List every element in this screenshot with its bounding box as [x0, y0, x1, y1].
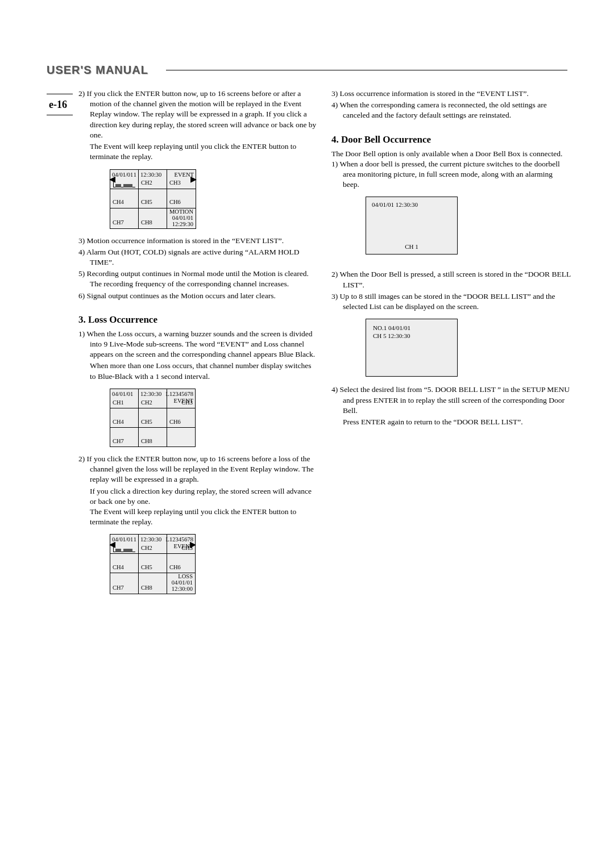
cell-ch2: CH2 — [141, 399, 152, 406]
motion-step-3: 3) Motion occurrence information is stor… — [78, 236, 318, 246]
cell-date: 04/01/01 — [112, 390, 133, 398]
cell-time: 12:30:30 — [140, 536, 161, 544]
motion-step-2: 2) If you click the ENTER button now, up… — [78, 89, 318, 140]
doorbell-intro: The Door Bell option is only available w… — [331, 149, 571, 159]
cell-ch8: CH8 — [141, 585, 152, 591]
panel-line1: NO.1 04/01/01 — [373, 324, 410, 332]
cell-time: 12:30:30 — [140, 171, 161, 179]
cell-ch5: CH5 — [141, 564, 152, 570]
header-rule — [166, 70, 567, 70]
right-column: 3) Loss occurrence information is stored… — [331, 89, 571, 601]
doorbell-step-3: 3) Up to 8 still images can be stored in… — [331, 291, 571, 312]
cell-ch7: CH7 — [113, 219, 124, 226]
cell-ch6: CH6 — [169, 199, 181, 205]
cell-time: 12:30:30 — [140, 390, 161, 398]
cell-ch4: CH4 — [113, 419, 124, 425]
motion-step-2b: The Event will keep replaying until you … — [78, 141, 318, 162]
doorbell-screen-2: NO.1 04/01/01 CH 5 12:30:30 — [366, 319, 458, 377]
cell-event: EVENT — [174, 397, 193, 405]
doorbell-step-1: 1) When a door bell is pressed, the curr… — [331, 159, 571, 190]
doorbell-screen-1: 04/01/01 12:30:30 CH 1 — [366, 197, 458, 254]
panel-line2: CH 5 12:30:30 — [373, 332, 410, 340]
page-number-label: e-16 — [47, 94, 73, 115]
cell-ch5: CH5 — [141, 419, 152, 425]
cell-ch1: CH1 — [113, 399, 124, 406]
cell-one: 1 — [134, 536, 136, 544]
doorbell-step-4a: 4) Select the desired list from “5. DOOR… — [331, 385, 571, 416]
replay-graph — [112, 546, 136, 552]
header: USER'S MANUAL — [47, 62, 567, 78]
cell-loss: LOSS — [178, 573, 193, 579]
cell-ch4: CH4 — [113, 199, 124, 205]
cell-loss-date: 04/01/01 — [172, 579, 193, 586]
cell-motion-time: 12:29:30 — [172, 221, 193, 227]
cell-ch8: CH8 — [141, 438, 152, 444]
cell-loss-time: 12:30:00 — [172, 586, 193, 592]
doc-title: USER'S MANUAL — [47, 62, 156, 78]
doorbell-step-4b: Press ENTER again to return to the “DOOR… — [331, 417, 571, 427]
loss-step-1: 1) When the Loss occurs, a warning buzze… — [78, 329, 318, 360]
loss-step-2c: The Event will keep replaying until you … — [78, 507, 318, 527]
cell-one: 1 — [134, 171, 136, 179]
cell-ch7: CH7 — [113, 438, 124, 444]
loss-grid-1: 04/01/01 CH1 12:30:30 CH2 L12345678 EVEN… — [110, 389, 318, 447]
loss-step-2a: 2) If you click the ENTER button now, up… — [78, 454, 318, 485]
panel-datetime: 04/01/01 12:30:30 — [372, 201, 418, 209]
cell-ch2: CH2 — [141, 180, 152, 186]
cell-ch2: CH2 — [141, 545, 152, 551]
motion-step-5: 5) Recording output continues in Normal … — [78, 269, 318, 289]
doorbell-heading: 4. Door Bell Occurrence — [331, 133, 571, 147]
replay-graph — [112, 181, 136, 187]
cell-ch6: CH6 — [169, 419, 181, 425]
cell-ch6: CH6 — [169, 564, 181, 570]
cell-ch3: CH3 — [169, 180, 181, 186]
cell-motion-date: 04/01/01 — [172, 215, 193, 221]
panel-channel: CH 1 — [405, 243, 418, 251]
loss-step-4: 4) When the corresponding camera is reco… — [331, 100, 571, 120]
cell-ch7: CH7 — [113, 585, 124, 591]
motion-replay-grid: 04/01/01 1 ◂ 12:30:30 CH2 EVENT — [110, 169, 318, 229]
loss-grid-2: 04/01/01 1 ◂ 12:30:30 CH2 L12345678 — [110, 534, 318, 594]
left-column: 2) If you click the ENTER button now, up… — [78, 89, 318, 601]
cell-ch5: CH5 — [141, 199, 152, 205]
doorbell-step-2: 2) When the Door Bell is pressed, a stil… — [331, 269, 571, 290]
cell-ch4: CH4 — [113, 564, 124, 570]
cell-motion: MOTION — [169, 208, 193, 215]
loss-step-2b: If you click a direction key during repl… — [78, 486, 318, 507]
motion-step-6: 6) Signal output continues as the Motion… — [78, 291, 318, 301]
motion-step-4: 4) Alarm Out (HOT, COLD) signals are act… — [78, 247, 318, 268]
loss-heading: 3. Loss Occurrence — [78, 314, 318, 327]
loss-step-1b: When more than one Loss occurs, that cha… — [78, 361, 318, 381]
loss-step-3: 3) Loss occurrence information is stored… — [331, 89, 571, 99]
cell-ch8: CH8 — [141, 219, 152, 226]
